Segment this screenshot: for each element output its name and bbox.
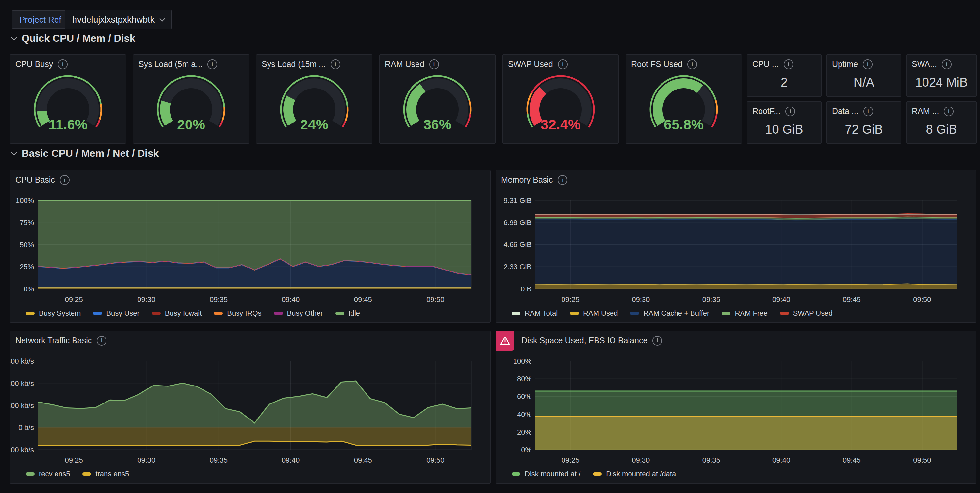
panel-title[interactable]: SWA... [912,59,937,69]
legend-swatch-icon [26,312,35,315]
info-icon[interactable]: i [784,59,794,69]
svg-text:0%: 0% [521,445,531,454]
legend-swatch-icon [152,312,161,315]
legend-item[interactable]: SWAP Used [780,309,833,318]
chevron-down-icon [11,34,18,40]
panel-title[interactable]: Data ... [832,107,859,116]
project-ref-dropdown[interactable]: hvdelujxlxstpxkhwbtk [65,10,172,29]
legend-swatch-icon [593,472,602,476]
chart-legend: RAM TotalRAM UsedRAM Cache + BufferRAM F… [512,309,833,318]
svg-text:09:35: 09:35 [702,295,720,304]
legend-item[interactable]: Disk mounted at /data [593,470,676,478]
panel-ram-total: RAM ...i 8 GiB [906,101,977,144]
info-icon[interactable]: i [942,59,951,69]
grafana-dashboard: { "topbar": { "project_ref_label": "Proj… [0,0,980,493]
panel-rootfs-total: RootF...i 10 GiB [747,101,822,144]
legend-label: trans ens5 [95,470,129,478]
legend-item[interactable]: Busy System [26,309,81,318]
legend-item[interactable]: Disk mounted at / [512,470,581,478]
panel-title[interactable]: Root FS Used [631,59,682,69]
legend-label: RAM Used [583,309,618,318]
info-icon[interactable]: i [687,59,697,69]
panel-title[interactable]: Sys Load (15m ... [262,59,326,69]
cpu-basic-chart[interactable]: 100%75%50%25%0%09:2509:3009:3509:4009:45… [10,170,490,323]
legend-swatch-icon [82,472,91,476]
svg-text:09:40: 09:40 [772,295,790,304]
svg-text:09:25: 09:25 [562,456,579,464]
legend-label: Disk mounted at / [525,470,581,478]
panel-memory-basic: Memory Basici 9.31 GiB6.98 GiB4.66 GiB2.… [496,170,977,323]
legend-item[interactable]: Idle [336,309,360,318]
info-icon[interactable]: i [863,107,873,116]
legend-item[interactable]: RAM Used [570,309,618,318]
panel-title[interactable]: CPU ... [752,59,779,69]
svg-text:9.31 GiB: 9.31 GiB [503,196,531,205]
project-ref-label: Project Ref [12,10,69,29]
legend-item[interactable]: Busy IRQs [214,309,261,318]
section-title: Basic CPU / Mem / Net / Disk [22,148,159,159]
svg-text:75%: 75% [20,219,34,227]
legend-item[interactable]: recv ens5 [26,470,70,478]
svg-text:09:45: 09:45 [354,456,372,464]
svg-text:09:40: 09:40 [282,456,299,464]
panel-title[interactable]: RAM Used [385,59,424,69]
gauge-value: 24% [256,117,372,133]
panel-title[interactable]: RAM ... [912,107,939,116]
panel-cpu-basic: CPU Basici 100%75%50%25%0%09:2509:3009:3… [10,170,491,323]
legend-item[interactable]: RAM Total [512,309,558,318]
svg-text:09:45: 09:45 [843,295,861,304]
legend-label: RAM Total [525,309,558,318]
svg-text:09:50: 09:50 [913,456,931,464]
legend-item[interactable]: Busy Other [274,309,323,318]
chart-legend: recv ens5trans ens5 [26,470,129,478]
legend-label: Busy Other [287,309,323,318]
svg-text:09:25: 09:25 [65,295,83,304]
legend-label: Busy System [39,309,81,318]
section-basic-cpu-mem-net-disk[interactable]: Basic CPU / Mem / Net / Disk [12,148,159,159]
legend-item[interactable]: Busy User [93,309,139,318]
info-icon[interactable]: i [785,107,795,116]
panel-swap-used: SWAP Usedi 32.4% [503,54,619,144]
legend-swatch-icon [93,312,102,315]
legend-item[interactable]: Busy Iowait [152,309,202,318]
gauge-value: 11.6% [10,117,126,133]
legend-label: Busy Iowait [165,309,202,318]
legend-item[interactable]: RAM Free [722,309,767,318]
legend-swatch-icon [630,312,639,315]
section-title: Quick CPU / Mem / Disk [22,33,135,45]
info-icon[interactable]: i [331,59,340,69]
memory-basic-chart[interactable]: 9.31 GiB6.98 GiB4.66 GiB2.33 GiB0 B09:25… [496,170,976,323]
info-icon[interactable]: i [558,59,568,69]
legend-label: Disk mounted at /data [606,470,676,478]
project-ref-value: hvdelujxlxstpxkhwbtk [72,15,154,25]
svg-text:4.66 GiB: 4.66 GiB [503,240,531,249]
panel-title[interactable]: SWAP Used [508,59,553,69]
svg-text:09:30: 09:30 [137,456,155,464]
section-quick-cpu-mem-disk[interactable]: Quick CPU / Mem / Disk [12,33,135,45]
info-icon[interactable]: i [58,59,68,69]
panel-title[interactable]: RootF... [752,107,780,116]
svg-text:20%: 20% [517,428,531,436]
stat-value: 2 [747,71,821,94]
info-icon[interactable]: i [429,59,439,69]
disk-space-chart[interactable]: 100%80%60%40%20%0%09:2509:3009:3509:4009… [496,331,976,483]
svg-text:40%: 40% [517,410,531,418]
svg-text:100%: 100% [16,196,34,205]
svg-text:09:30: 09:30 [632,456,650,464]
info-icon[interactable]: i [944,107,953,116]
network-traffic-chart[interactable]: 300 kb/s200 kb/s100 kb/s0 b/s-100 kb/s09… [10,331,490,483]
panel-title[interactable]: CPU Busy [15,59,53,69]
panel-root-fs-used: Root FS Usedi 65.8% [625,54,742,144]
panel-title[interactable]: Uptime [832,59,858,69]
svg-text:6.98 GiB: 6.98 GiB [503,219,531,227]
panel-title[interactable]: Sys Load (5m a... [138,59,202,69]
legend-swatch-icon [512,312,520,315]
legend-item[interactable]: trans ens5 [82,470,129,478]
stat-value: 8 GiB [907,118,977,141]
svg-text:2.33 GiB: 2.33 GiB [503,263,531,271]
legend-item[interactable]: RAM Cache + Buffer [630,309,709,318]
info-icon[interactable]: i [863,59,872,69]
legend-swatch-icon [26,472,35,476]
info-icon[interactable]: i [207,59,217,69]
panel-data-total: Data ...i 72 GiB [826,101,901,144]
